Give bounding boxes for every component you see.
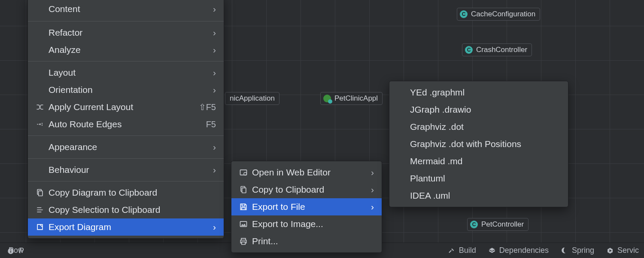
menu-label: Layout [49, 68, 204, 78]
format-plantuml[interactable]: Plantuml [389, 170, 568, 187]
menu-analyze[interactable]: Analyze › [28, 41, 224, 58]
toolwindow-label: Spring [572, 246, 594, 255]
chevron-right-icon: › [371, 167, 374, 178]
menu-export-diagram[interactable]: Export Diagram › [28, 218, 224, 236]
node-partial-left[interactable]: nicApplication [225, 92, 279, 105]
submenu-print[interactable]: Print... [231, 233, 382, 250]
problems-label: P [19, 246, 24, 255]
menu-label: Graphviz .dot with Positions [410, 139, 560, 149]
menu-separator [28, 61, 224, 61]
menu-orientation[interactable]: Orientation › [28, 81, 224, 98]
menu-label: Print... [252, 236, 374, 246]
svg-rect-2 [10, 250, 11, 252]
copy-selection-icon [36, 206, 49, 214]
toolwindow-label: Build [459, 246, 476, 255]
menu-label: JGraph .drawio [410, 104, 560, 115]
svg-rect-5 [39, 191, 43, 196]
menu-separator [28, 21, 224, 22]
menu-copy-selection[interactable]: Copy Selection to Clipboard [28, 201, 224, 218]
chevron-right-icon: › [213, 85, 216, 95]
toolwindow-services[interactable]: Servic [606, 246, 639, 255]
format-jgraph[interactable]: JGraph .drawio [389, 101, 568, 118]
format-idea-uml[interactable]: IDEA .uml [389, 187, 568, 204]
submenu-open-web[interactable]: Open in Web Editor › [231, 164, 382, 181]
format-yed[interactable]: YEd .graphml [389, 84, 568, 101]
export-icon [36, 223, 49, 231]
problems-indicator[interactable]: P [7, 246, 24, 255]
layers-icon [488, 247, 496, 255]
menu-label: Analyze [49, 45, 204, 55]
menu-label: Copy to Clipboard [252, 184, 362, 195]
menu-label: Apply Current Layout [49, 102, 188, 112]
menu-label: Export to Image... [252, 219, 374, 229]
menu-label: Mermaid .md [410, 156, 560, 166]
apply-layout-icon [36, 103, 49, 111]
menu-label: Copy Diagram to Clipboard [49, 187, 216, 198]
menu-label: Graphviz .dot [410, 122, 560, 132]
menu-separator [28, 135, 224, 136]
menu-label: Appearance [49, 142, 204, 152]
menu-label: Export Diagram [49, 222, 204, 232]
globe-icon [239, 168, 252, 177]
format-mermaid[interactable]: Mermaid .md [389, 153, 568, 170]
svg-rect-9 [242, 188, 246, 193]
hammer-icon [448, 247, 456, 255]
menu-label: Open in Web Editor [252, 167, 362, 178]
menu-refactor[interactable]: Refactor › [28, 24, 224, 41]
copy-icon [239, 185, 252, 194]
toolwindow-spring[interactable]: Spring [561, 246, 594, 255]
menu-label: Auto Route Edges [49, 119, 196, 129]
chevron-right-icon: › [213, 45, 216, 55]
menu-appearance[interactable]: Appearance › [28, 138, 224, 156]
chevron-right-icon: › [213, 4, 216, 14]
chevron-right-icon: › [371, 202, 374, 212]
export-submenu: Open in Web Editor › Copy to Clipboard ›… [231, 161, 382, 253]
menu-layout[interactable]: Layout › [28, 64, 224, 81]
svg-rect-3 [10, 249, 11, 250]
leaf-icon [561, 247, 568, 255]
menu-behaviour[interactable]: Behaviour › [28, 161, 224, 178]
menu-copy-diagram[interactable]: Copy Diagram to Clipboard [28, 184, 224, 201]
menu-label: Copy Selection to Clipboard [49, 205, 216, 215]
print-icon [239, 237, 252, 246]
submenu-copy-clipboard[interactable]: Copy to Clipboard › [231, 181, 382, 198]
class-icon: C [470, 221, 478, 228]
format-graphviz[interactable]: Graphviz .dot [389, 118, 568, 135]
menu-label: Orientation [49, 85, 204, 95]
menu-apply-current-layout[interactable]: Apply Current Layout ⇧F5 [28, 98, 224, 116]
node-label: CrashController [476, 46, 527, 54]
menu-shortcut: ⇧F5 [199, 102, 216, 112]
menu-separator [28, 158, 224, 159]
file-format-submenu: YEd .graphml JGraph .drawio Graphviz .do… [389, 81, 568, 207]
format-graphviz-pos[interactable]: Graphviz .dot with Positions [389, 135, 568, 153]
submenu-export-to-file[interactable]: Export to File › [231, 198, 382, 215]
play-hex-icon [606, 247, 614, 255]
class-icon: C [460, 10, 468, 18]
menu-label: Refactor [49, 28, 204, 38]
node-cache-configuration[interactable]: C CacheConfiguration [457, 8, 540, 21]
submenu-export-image[interactable]: Export to Image... [231, 215, 382, 233]
chevron-right-icon: › [213, 68, 216, 78]
node-pet-controller[interactable]: C PetController [467, 218, 529, 231]
node-label: PetController [481, 220, 524, 229]
toolwindow-label: Dependencies [499, 246, 549, 255]
spring-run-icon [323, 95, 331, 102]
route-icon [36, 120, 49, 129]
toolwindow-dependencies[interactable]: Dependencies [488, 246, 549, 255]
menu-content[interactable]: Content › [28, 0, 224, 18]
node-petclinic-appl[interactable]: PetClinicAppl [320, 92, 383, 105]
node-crash-controller[interactable]: C CrashController [462, 43, 532, 56]
copy-icon [36, 188, 49, 197]
menu-label: Export to File [252, 202, 362, 212]
toolwindow-build[interactable]: Build [448, 246, 476, 255]
menu-auto-route-edges[interactable]: Auto Route Edges F5 [28, 116, 224, 133]
node-label: CacheConfiguration [471, 10, 535, 18]
menu-shortcut: F5 [206, 120, 216, 129]
node-label: nicApplication [230, 94, 275, 103]
menu-label: Plantuml [410, 173, 560, 184]
menu-label: YEd .graphml [410, 87, 560, 98]
menu-separator [28, 181, 224, 181]
chevron-right-icon: › [213, 142, 216, 152]
menu-label: Content [49, 4, 204, 14]
class-icon: C [465, 46, 473, 54]
